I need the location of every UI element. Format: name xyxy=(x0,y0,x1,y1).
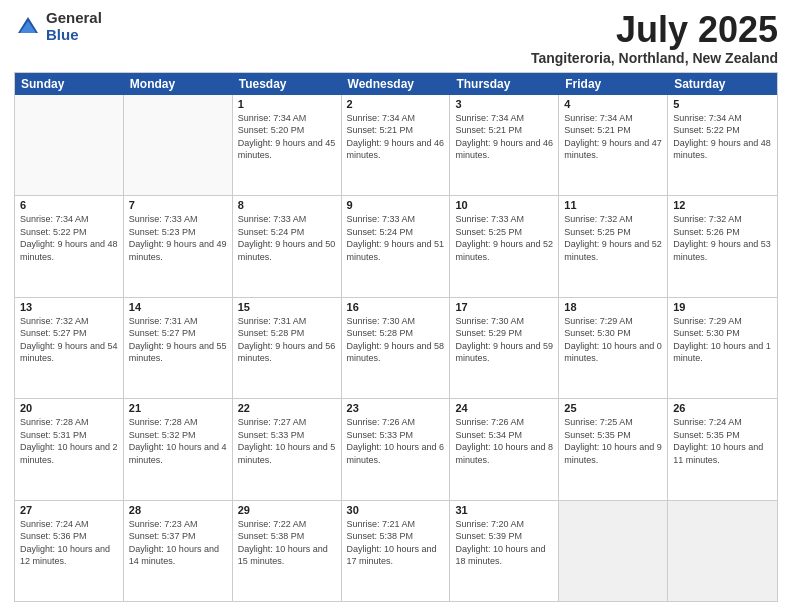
subtitle: Tangiteroria, Northland, New Zealand xyxy=(531,50,778,66)
day-cell-2: 2Sunrise: 7:34 AM Sunset: 5:21 PM Daylig… xyxy=(342,95,451,195)
calendar: SundayMondayTuesdayWednesdayThursdayFrid… xyxy=(14,72,778,602)
day-info: Sunrise: 7:34 AM Sunset: 5:22 PM Dayligh… xyxy=(673,112,772,162)
logo: General Blue xyxy=(14,10,102,43)
day-info: Sunrise: 7:33 AM Sunset: 5:23 PM Dayligh… xyxy=(129,213,227,263)
day-number: 26 xyxy=(673,402,772,414)
logo-text: General Blue xyxy=(46,10,102,43)
day-cell-22: 22Sunrise: 7:27 AM Sunset: 5:33 PM Dayli… xyxy=(233,399,342,499)
calendar-body: 1Sunrise: 7:34 AM Sunset: 5:20 PM Daylig… xyxy=(15,95,777,601)
logo-blue: Blue xyxy=(46,27,102,44)
day-number: 7 xyxy=(129,199,227,211)
day-cell-18: 18Sunrise: 7:29 AM Sunset: 5:30 PM Dayli… xyxy=(559,298,668,398)
day-info: Sunrise: 7:23 AM Sunset: 5:37 PM Dayligh… xyxy=(129,518,227,568)
day-cell-21: 21Sunrise: 7:28 AM Sunset: 5:32 PM Dayli… xyxy=(124,399,233,499)
day-number: 12 xyxy=(673,199,772,211)
day-cell-15: 15Sunrise: 7:31 AM Sunset: 5:28 PM Dayli… xyxy=(233,298,342,398)
day-cell-16: 16Sunrise: 7:30 AM Sunset: 5:28 PM Dayli… xyxy=(342,298,451,398)
day-number: 10 xyxy=(455,199,553,211)
day-cell-27: 27Sunrise: 7:24 AM Sunset: 5:36 PM Dayli… xyxy=(15,501,124,601)
day-cell-3: 3Sunrise: 7:34 AM Sunset: 5:21 PM Daylig… xyxy=(450,95,559,195)
day-number: 23 xyxy=(347,402,445,414)
week-row-5: 27Sunrise: 7:24 AM Sunset: 5:36 PM Dayli… xyxy=(15,501,777,601)
day-info: Sunrise: 7:31 AM Sunset: 5:27 PM Dayligh… xyxy=(129,315,227,365)
day-number: 31 xyxy=(455,504,553,516)
day-info: Sunrise: 7:32 AM Sunset: 5:26 PM Dayligh… xyxy=(673,213,772,263)
day-info: Sunrise: 7:32 AM Sunset: 5:25 PM Dayligh… xyxy=(564,213,662,263)
day-info: Sunrise: 7:25 AM Sunset: 5:35 PM Dayligh… xyxy=(564,416,662,466)
day-number: 29 xyxy=(238,504,336,516)
day-info: Sunrise: 7:33 AM Sunset: 5:24 PM Dayligh… xyxy=(238,213,336,263)
week-row-4: 20Sunrise: 7:28 AM Sunset: 5:31 PM Dayli… xyxy=(15,399,777,500)
day-info: Sunrise: 7:29 AM Sunset: 5:30 PM Dayligh… xyxy=(564,315,662,365)
header-day-monday: Monday xyxy=(124,73,233,95)
week-row-3: 13Sunrise: 7:32 AM Sunset: 5:27 PM Dayli… xyxy=(15,298,777,399)
day-cell-9: 9Sunrise: 7:33 AM Sunset: 5:24 PM Daylig… xyxy=(342,196,451,296)
day-number: 25 xyxy=(564,402,662,414)
day-info: Sunrise: 7:26 AM Sunset: 5:34 PM Dayligh… xyxy=(455,416,553,466)
day-number: 11 xyxy=(564,199,662,211)
day-number: 13 xyxy=(20,301,118,313)
day-info: Sunrise: 7:22 AM Sunset: 5:38 PM Dayligh… xyxy=(238,518,336,568)
day-info: Sunrise: 7:24 AM Sunset: 5:35 PM Dayligh… xyxy=(673,416,772,466)
empty-cell xyxy=(124,95,233,195)
day-info: Sunrise: 7:21 AM Sunset: 5:38 PM Dayligh… xyxy=(347,518,445,568)
page: General Blue July 2025 Tangiteroria, Nor… xyxy=(0,0,792,612)
day-cell-1: 1Sunrise: 7:34 AM Sunset: 5:20 PM Daylig… xyxy=(233,95,342,195)
empty-cell xyxy=(559,501,668,601)
day-info: Sunrise: 7:26 AM Sunset: 5:33 PM Dayligh… xyxy=(347,416,445,466)
day-number: 22 xyxy=(238,402,336,414)
day-cell-7: 7Sunrise: 7:33 AM Sunset: 5:23 PM Daylig… xyxy=(124,196,233,296)
day-cell-6: 6Sunrise: 7:34 AM Sunset: 5:22 PM Daylig… xyxy=(15,196,124,296)
day-cell-10: 10Sunrise: 7:33 AM Sunset: 5:25 PM Dayli… xyxy=(450,196,559,296)
day-cell-25: 25Sunrise: 7:25 AM Sunset: 5:35 PM Dayli… xyxy=(559,399,668,499)
day-cell-30: 30Sunrise: 7:21 AM Sunset: 5:38 PM Dayli… xyxy=(342,501,451,601)
day-cell-5: 5Sunrise: 7:34 AM Sunset: 5:22 PM Daylig… xyxy=(668,95,777,195)
day-number: 15 xyxy=(238,301,336,313)
day-cell-26: 26Sunrise: 7:24 AM Sunset: 5:35 PM Dayli… xyxy=(668,399,777,499)
day-cell-8: 8Sunrise: 7:33 AM Sunset: 5:24 PM Daylig… xyxy=(233,196,342,296)
day-info: Sunrise: 7:28 AM Sunset: 5:32 PM Dayligh… xyxy=(129,416,227,466)
day-number: 5 xyxy=(673,98,772,110)
header-day-wednesday: Wednesday xyxy=(342,73,451,95)
day-number: 20 xyxy=(20,402,118,414)
day-number: 27 xyxy=(20,504,118,516)
day-cell-17: 17Sunrise: 7:30 AM Sunset: 5:29 PM Dayli… xyxy=(450,298,559,398)
day-cell-11: 11Sunrise: 7:32 AM Sunset: 5:25 PM Dayli… xyxy=(559,196,668,296)
day-info: Sunrise: 7:34 AM Sunset: 5:21 PM Dayligh… xyxy=(564,112,662,162)
day-info: Sunrise: 7:29 AM Sunset: 5:30 PM Dayligh… xyxy=(673,315,772,365)
day-info: Sunrise: 7:27 AM Sunset: 5:33 PM Dayligh… xyxy=(238,416,336,466)
day-number: 2 xyxy=(347,98,445,110)
day-number: 18 xyxy=(564,301,662,313)
logo-icon xyxy=(14,13,42,41)
week-row-1: 1Sunrise: 7:34 AM Sunset: 5:20 PM Daylig… xyxy=(15,95,777,196)
day-cell-13: 13Sunrise: 7:32 AM Sunset: 5:27 PM Dayli… xyxy=(15,298,124,398)
header-day-friday: Friday xyxy=(559,73,668,95)
day-info: Sunrise: 7:34 AM Sunset: 5:21 PM Dayligh… xyxy=(455,112,553,162)
day-cell-29: 29Sunrise: 7:22 AM Sunset: 5:38 PM Dayli… xyxy=(233,501,342,601)
day-cell-4: 4Sunrise: 7:34 AM Sunset: 5:21 PM Daylig… xyxy=(559,95,668,195)
day-cell-12: 12Sunrise: 7:32 AM Sunset: 5:26 PM Dayli… xyxy=(668,196,777,296)
day-number: 8 xyxy=(238,199,336,211)
title-section: July 2025 Tangiteroria, Northland, New Z… xyxy=(531,10,778,66)
day-info: Sunrise: 7:30 AM Sunset: 5:28 PM Dayligh… xyxy=(347,315,445,365)
day-cell-14: 14Sunrise: 7:31 AM Sunset: 5:27 PM Dayli… xyxy=(124,298,233,398)
main-title: July 2025 xyxy=(531,10,778,50)
day-info: Sunrise: 7:34 AM Sunset: 5:21 PM Dayligh… xyxy=(347,112,445,162)
empty-cell xyxy=(15,95,124,195)
day-cell-19: 19Sunrise: 7:29 AM Sunset: 5:30 PM Dayli… xyxy=(668,298,777,398)
day-number: 3 xyxy=(455,98,553,110)
day-info: Sunrise: 7:34 AM Sunset: 5:22 PM Dayligh… xyxy=(20,213,118,263)
logo-general: General xyxy=(46,10,102,27)
day-info: Sunrise: 7:32 AM Sunset: 5:27 PM Dayligh… xyxy=(20,315,118,365)
day-info: Sunrise: 7:33 AM Sunset: 5:24 PM Dayligh… xyxy=(347,213,445,263)
day-number: 4 xyxy=(564,98,662,110)
calendar-header: SundayMondayTuesdayWednesdayThursdayFrid… xyxy=(15,73,777,95)
day-cell-24: 24Sunrise: 7:26 AM Sunset: 5:34 PM Dayli… xyxy=(450,399,559,499)
header-day-thursday: Thursday xyxy=(450,73,559,95)
day-cell-31: 31Sunrise: 7:20 AM Sunset: 5:39 PM Dayli… xyxy=(450,501,559,601)
header: General Blue July 2025 Tangiteroria, Nor… xyxy=(14,10,778,66)
day-info: Sunrise: 7:28 AM Sunset: 5:31 PM Dayligh… xyxy=(20,416,118,466)
day-cell-20: 20Sunrise: 7:28 AM Sunset: 5:31 PM Dayli… xyxy=(15,399,124,499)
day-info: Sunrise: 7:20 AM Sunset: 5:39 PM Dayligh… xyxy=(455,518,553,568)
header-day-sunday: Sunday xyxy=(15,73,124,95)
